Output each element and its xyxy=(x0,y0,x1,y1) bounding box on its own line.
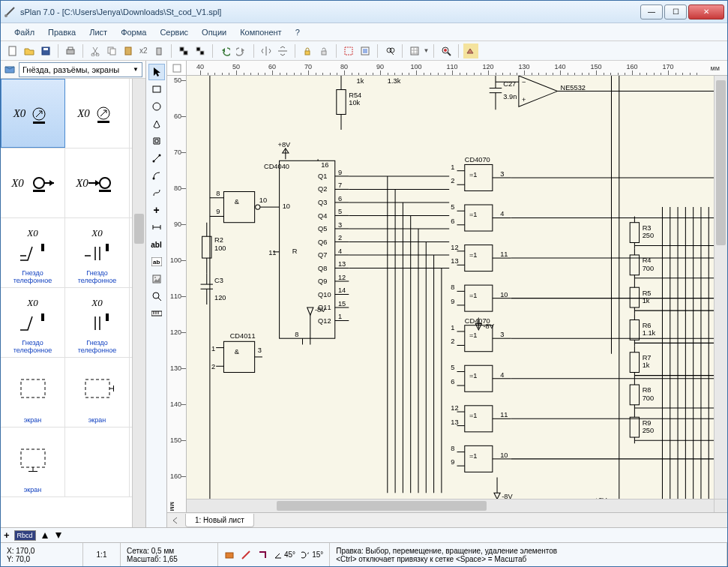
library-item[interactable]: X0 Гнездо телефонное xyxy=(1,288,65,357)
sheet-tab[interactable]: 1: Новый лист xyxy=(185,514,254,527)
maximize-button[interactable]: ☐ xyxy=(664,4,687,20)
library-item[interactable]: экран xyxy=(1,428,65,496)
sb-angle1[interactable]: 45° xyxy=(274,550,295,560)
menu-file[interactable]: Файл xyxy=(8,26,40,39)
misc-button[interactable] xyxy=(463,44,478,58)
copy-button[interactable] xyxy=(104,44,119,58)
tool-pointer[interactable] xyxy=(148,64,165,80)
canvas-v-scrollbar[interactable] xyxy=(714,76,727,499)
cut-button[interactable] xyxy=(88,44,103,58)
library-item[interactable]: X0 Гнездо телефонное xyxy=(1,218,65,287)
library-item[interactable]: X0 Гнездо телефонное xyxy=(65,218,130,287)
svg-text:R5: R5 xyxy=(643,290,652,297)
library-item[interactable]: X0 xyxy=(1,79,65,148)
library-item[interactable]: X0 xyxy=(65,148,130,218)
svg-point-34 xyxy=(34,178,44,188)
open-button[interactable] xyxy=(22,44,37,58)
lock-button[interactable] xyxy=(300,44,315,58)
library-icon xyxy=(4,64,16,76)
snap-plus-icon[interactable]: + xyxy=(4,530,10,541)
svg-rect-5 xyxy=(68,47,73,50)
library-item[interactable]: X0 xyxy=(65,79,130,148)
menu-form[interactable]: Форма xyxy=(115,26,152,39)
tool-image[interactable] xyxy=(148,271,165,287)
paste-x2-label: x2 xyxy=(137,46,150,55)
menu-sheet[interactable]: Лист xyxy=(83,26,113,39)
tool-polygon[interactable] xyxy=(148,116,165,132)
select-area-button[interactable] xyxy=(341,44,356,58)
minimize-button[interactable]: — xyxy=(640,4,663,20)
tool-text[interactable]: abI xyxy=(148,236,165,253)
sb-tool-line[interactable] xyxy=(241,550,251,560)
tool-special[interactable] xyxy=(148,133,165,149)
svg-text:1k: 1k xyxy=(357,77,364,85)
close-button[interactable]: ✕ xyxy=(688,4,724,20)
snap-up-icon[interactable] xyxy=(40,531,49,540)
tool-rect[interactable] xyxy=(148,81,165,98)
svg-rect-48 xyxy=(21,449,45,467)
list-button[interactable] xyxy=(358,44,373,58)
tool-dimension[interactable] xyxy=(148,219,165,236)
svg-text:4: 4 xyxy=(500,210,504,218)
sb-tool-poly[interactable] xyxy=(257,550,268,560)
menu-component[interactable]: Компонент xyxy=(234,26,287,39)
library-item[interactable]: X0 Гнездо телефонное xyxy=(65,288,130,357)
tool-bezier[interactable] xyxy=(148,184,165,201)
menu-help[interactable]: ? xyxy=(289,26,306,39)
library-item[interactable]: X0 xyxy=(1,148,65,218)
print-button[interactable] xyxy=(63,44,78,58)
svg-text:9: 9 xyxy=(451,458,454,466)
snap-mode-button[interactable]: Rbcd xyxy=(14,530,36,541)
save-button[interactable] xyxy=(38,44,53,58)
library-category-select[interactable]: Гнёзда, разъёмы, экраны ▼ xyxy=(19,62,142,77)
undo-button[interactable] xyxy=(217,44,232,58)
tool-node[interactable]: + xyxy=(148,202,165,218)
search-button[interactable] xyxy=(382,44,397,58)
ruler-vertical: мм 5060708090100110120130140150160 xyxy=(167,76,187,512)
svg-text:CD4070: CD4070 xyxy=(465,156,490,164)
canvas-h-scrollbar[interactable] xyxy=(187,499,714,512)
tab-nav-left[interactable] xyxy=(170,515,181,526)
svg-text:Q5: Q5 xyxy=(318,225,327,232)
library-item[interactable]: экран xyxy=(65,358,130,427)
zoom-button[interactable] xyxy=(439,44,454,58)
delete-button[interactable] xyxy=(151,44,166,58)
svg-rect-18 xyxy=(345,47,352,55)
grid-button[interactable] xyxy=(407,44,422,58)
snap-down-icon[interactable] xyxy=(54,531,63,540)
svg-text:10: 10 xyxy=(283,202,290,210)
paste-button[interactable] xyxy=(121,44,136,58)
group-button[interactable] xyxy=(176,44,191,58)
library-item[interactable]: экран xyxy=(1,358,65,427)
library-item[interactable] xyxy=(65,428,130,496)
ungroup-button[interactable] xyxy=(193,44,208,58)
mirror-v-button[interactable] xyxy=(275,44,290,58)
chevron-down-icon: ▼ xyxy=(133,66,139,73)
redo-button[interactable] xyxy=(234,44,249,58)
library-scrollbar[interactable] xyxy=(132,79,145,527)
schematic-canvas[interactable]: 1k 1.3k R54 10k C27 xyxy=(187,76,727,512)
sb-tool-rect[interactable] xyxy=(224,550,235,560)
menu-edit[interactable]: Правка xyxy=(42,26,82,39)
library-grid[interactable]: X0 X0 X0 X0 X0 Г xyxy=(1,79,145,527)
tool-line[interactable] xyxy=(148,150,165,166)
menu-service[interactable]: Сервис xyxy=(154,26,194,39)
new-button[interactable] xyxy=(5,44,20,58)
tool-zoom[interactable] xyxy=(148,288,165,304)
sb-angle2[interactable]: 15° xyxy=(301,550,323,560)
svg-text:3.9n: 3.9n xyxy=(503,93,517,100)
unlock-button[interactable] xyxy=(316,44,331,58)
svg-rect-31 xyxy=(33,122,45,124)
tool-measure[interactable] xyxy=(148,305,165,322)
svg-text:2: 2 xyxy=(338,234,342,242)
svg-rect-45 xyxy=(85,380,109,398)
mirror-h-button[interactable] xyxy=(259,44,274,58)
dropdown-icon[interactable]: ▼ xyxy=(424,47,430,54)
tool-textblock[interactable]: ab xyxy=(148,254,165,270)
menu-options[interactable]: Опции xyxy=(196,26,232,39)
tool-circle[interactable] xyxy=(148,98,165,115)
svg-text:9: 9 xyxy=(338,169,342,176)
svg-text:&: & xyxy=(235,348,240,356)
tool-curve[interactable] xyxy=(148,167,165,184)
svg-text:5: 5 xyxy=(338,208,342,215)
